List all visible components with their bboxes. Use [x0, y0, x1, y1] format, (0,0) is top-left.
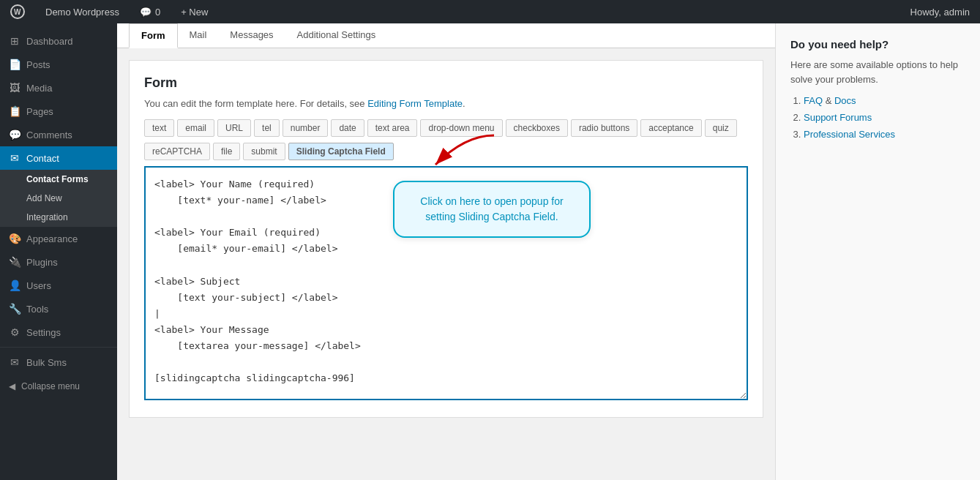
sidebar-label-tools: Tools	[26, 304, 48, 315]
form-editor-title: Form	[144, 75, 748, 91]
field-btn-dropdown[interactable]: drop-down menu	[420, 119, 502, 137]
sidebar-label-comments: Comments	[26, 130, 72, 140]
comments-menu-icon: 💬	[9, 129, 20, 140]
sidebar-label-settings: Settings	[26, 327, 61, 338]
field-btn-file[interactable]: file	[213, 143, 240, 160]
field-btn-email[interactable]: email	[177, 119, 214, 137]
tools-icon: 🔧	[9, 303, 20, 315]
sidebar-item-contact-forms[interactable]: Contact Forms	[0, 170, 117, 189]
sidebar-label-users: Users	[26, 280, 51, 291]
field-btn-sliding-captcha[interactable]: Sliding Captcha Field	[288, 143, 394, 160]
sidebar-item-pages[interactable]: 📋 Pages	[0, 100, 117, 123]
center-panel: Form Mail Messages Additional Settings F…	[117, 23, 775, 480]
howdy-label[interactable]: Howdy, admin	[906, 0, 974, 23]
posts-icon: 📄	[9, 59, 20, 70]
help-title: Do you need help?	[790, 38, 965, 50]
users-icon: 👤	[9, 280, 20, 291]
editor-container: Click on here to open popup for setting …	[144, 166, 748, 402]
sidebar-item-plugins[interactable]: 🔌 Plugins	[0, 250, 117, 274]
sidebar-item-dashboard[interactable]: ⊞ Dashboard	[0, 29, 117, 53]
collapse-arrow-icon: ◀	[9, 381, 15, 391]
field-btn-recaptcha[interactable]: reCAPTCHA	[144, 143, 210, 160]
admin-bar: W Demo Wordpress 💬 0 + New Howdy, admin	[0, 0, 980, 23]
site-name-button[interactable]: Demo Wordpress	[41, 0, 124, 23]
contact-icon: ✉	[9, 152, 20, 164]
comments-icon: 💬	[140, 7, 152, 18]
help-list: FAQ & Docs Support Forums Professional S…	[790, 95, 965, 140]
field-btn-textarea[interactable]: text area	[367, 119, 418, 137]
field-buttons: text email URL tel number date text area…	[144, 119, 748, 137]
sidebar-label-pages: Pages	[26, 106, 53, 117]
sidebar-label-media: Media	[26, 83, 52, 94]
tooltip-text: Click on here to open popup for setting …	[420, 195, 563, 222]
field-btn-tel[interactable]: tel	[254, 119, 280, 137]
sidebar-item-bulk-sms[interactable]: ✉ Bulk Sms	[0, 350, 117, 374]
help-sidebar: Do you need help? Here are some availabl…	[775, 23, 980, 480]
sidebar-item-add-new[interactable]: Add New	[0, 189, 117, 208]
svg-text:W: W	[14, 8, 21, 16]
sidebar-label-dashboard: Dashboard	[26, 36, 73, 47]
help-list-item-3: Professional Services	[804, 129, 965, 140]
comments-button[interactable]: 💬 0	[135, 0, 165, 23]
new-label: + New	[181, 7, 208, 18]
pages-icon: 📋	[9, 105, 20, 117]
sidebar-label-posts: Posts	[26, 59, 51, 70]
bulk-sms-icon: ✉	[9, 356, 20, 368]
field-btn-text[interactable]: text	[144, 119, 174, 137]
professional-services-link[interactable]: Professional Services	[804, 129, 895, 140]
field-btn-acceptance[interactable]: acceptance	[640, 119, 701, 137]
tooltip-bubble: Click on here to open popup for setting …	[393, 181, 591, 238]
tab-form[interactable]: Form	[129, 23, 178, 48]
howdy-text: Howdy, admin	[910, 7, 970, 18]
tab-mail[interactable]: Mail	[178, 23, 219, 48]
field-btn-checkboxes[interactable]: checkboxes	[506, 119, 568, 137]
sidebar-item-media[interactable]: 🖼 Media	[0, 76, 117, 100]
field-btn-url[interactable]: URL	[217, 119, 251, 137]
wp-logo-button[interactable]: W	[6, 0, 29, 23]
field-btn-submit[interactable]: submit	[243, 143, 285, 160]
menu-separator	[0, 347, 117, 348]
help-list-item-1: FAQ & Docs	[804, 95, 965, 106]
help-separator-1: &	[826, 95, 834, 106]
field-btn-date[interactable]: date	[331, 119, 364, 137]
editing-template-link[interactable]: Editing Form Template	[367, 98, 463, 109]
desc-suffix: .	[463, 98, 465, 109]
sidebar-item-posts[interactable]: 📄 Posts	[0, 53, 117, 76]
site-name-label: Demo Wordpress	[45, 7, 119, 18]
appearance-icon: 🎨	[9, 233, 20, 244]
sidebar-item-comments[interactable]: 💬 Comments	[0, 123, 117, 146]
sidebar-item-settings[interactable]: ⚙ Settings	[0, 320, 117, 344]
form-editor-wrap: Form You can edit the form template here…	[129, 60, 763, 418]
dashboard-icon: ⊞	[9, 35, 20, 47]
collapse-menu-button[interactable]: ◀ Collapse menu	[0, 374, 117, 399]
field-buttons-row2: reCAPTCHA file submit Sliding Captcha Fi…	[144, 143, 748, 160]
sidebar-item-integration[interactable]: Integration	[0, 208, 117, 227]
faq-link[interactable]: FAQ	[804, 95, 823, 106]
media-icon: 🖼	[9, 82, 20, 94]
admin-sidebar: ⊞ Dashboard 📄 Posts 🖼 Media 📋 Pages 💬 Co…	[0, 23, 117, 480]
new-content-button[interactable]: + New	[176, 0, 212, 23]
sidebar-item-appearance[interactable]: 🎨 Appearance	[0, 227, 117, 250]
tab-messages[interactable]: Messages	[218, 23, 285, 48]
docs-link[interactable]: Docs	[834, 95, 856, 106]
tab-additional-settings[interactable]: Additional Settings	[285, 23, 388, 48]
form-editor-desc: You can edit the form template here. For…	[144, 98, 748, 109]
help-description: Here are some available options to help …	[790, 58, 965, 86]
sidebar-label-bulk-sms: Bulk Sms	[26, 357, 67, 368]
sidebar-label-appearance: Appearance	[26, 233, 78, 244]
sidebar-label-contact: Contact	[26, 153, 59, 164]
sidebar-item-tools[interactable]: 🔧 Tools	[0, 297, 117, 320]
field-btn-quiz[interactable]: quiz	[705, 119, 737, 137]
sidebar-item-users[interactable]: 👤 Users	[0, 274, 117, 297]
sidebar-label-plugins: Plugins	[26, 257, 58, 268]
form-editor-desc-text: You can edit the form template here. For…	[144, 98, 365, 109]
settings-icon: ⚙	[9, 326, 20, 338]
collapse-menu-label: Collapse menu	[21, 381, 80, 391]
form-tabs: Form Mail Messages Additional Settings	[117, 23, 775, 48]
field-btn-radio[interactable]: radio buttons	[571, 119, 637, 137]
support-forums-link[interactable]: Support Forums	[804, 112, 872, 123]
help-list-item-2: Support Forums	[804, 112, 965, 123]
sidebar-item-contact[interactable]: ✉ Contact	[0, 146, 117, 170]
field-btn-number[interactable]: number	[283, 119, 329, 137]
comments-count: 0	[155, 7, 160, 18]
